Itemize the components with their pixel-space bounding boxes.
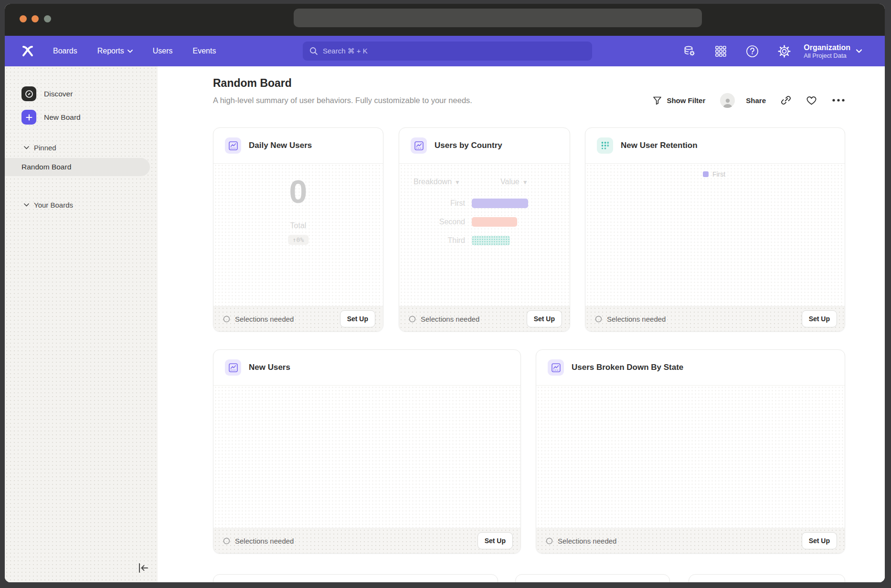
status-text: Selections needed [235, 315, 294, 323]
card-footer: Selections needed Set Up [585, 306, 845, 331]
address-bar[interactable] [294, 9, 702, 27]
sidebar-item-discover[interactable]: Discover [5, 86, 73, 101]
sidebar-item-label: New Board [44, 113, 81, 122]
show-filter-button[interactable]: Show Filter [667, 96, 705, 105]
retention-chart: First [590, 168, 838, 304]
nav-item-boards[interactable]: Boards [53, 47, 77, 55]
favorite-heart-icon[interactable] [806, 95, 817, 105]
country-row: Second [399, 217, 517, 227]
country-bar [472, 217, 517, 227]
set-up-button[interactable]: Set Up [527, 310, 562, 327]
app-window: Boards Reports Users Events Search ⌘ + K [5, 4, 885, 582]
nav-item-reports[interactable]: Reports [97, 47, 133, 55]
data-management-icon[interactable] [683, 45, 696, 57]
value-dropdown[interactable]: Value▼ [500, 178, 528, 186]
chevron-down-icon [24, 203, 29, 207]
mixpanel-logo-icon[interactable] [22, 45, 33, 57]
more-options-icon[interactable] [832, 98, 845, 102]
status-text: Selections needed [558, 537, 616, 545]
filter-funnel-icon[interactable] [653, 96, 662, 105]
card-footer: Selections needed Set Up [213, 528, 520, 553]
copy-link-icon[interactable] [781, 95, 791, 105]
card-footer: Selections needed Set Up [399, 306, 570, 331]
card-new-users: New Users Selections needed Set Up [213, 349, 521, 554]
top-navbar: Boards Reports Users Events Search ⌘ + K [5, 36, 885, 66]
browser-chrome [5, 4, 885, 36]
card-users-by-country: Users by Country Breakdown▼ Value▼ First… [399, 127, 570, 332]
card-insights-report: Insights Report [515, 574, 670, 582]
org-switcher[interactable]: Organization All Project Data [804, 36, 862, 66]
card-title: Users Broken Down By State [572, 363, 683, 372]
nav-menu: Boards Reports Users Events [53, 47, 216, 55]
sidebar-section-pinned[interactable]: Pinned [24, 144, 56, 152]
window-minimize-button[interactable] [32, 15, 39, 22]
nav-icon-cluster [683, 36, 791, 66]
sidebar-item-label: Discover [44, 90, 73, 98]
window-zoom-button[interactable] [44, 15, 51, 22]
line-chart-icon [411, 137, 427, 154]
country-bar [472, 236, 510, 245]
search-input[interactable]: Search ⌘ + K [303, 42, 592, 61]
org-project: All Project Data [804, 52, 850, 60]
card-title: Users by Country [435, 141, 502, 150]
set-up-button[interactable]: Set Up [477, 532, 513, 549]
card-title: Daily New Users [249, 141, 312, 150]
org-name: Organization [804, 43, 850, 52]
page-subtitle: A high-level summary of user behaviors. … [213, 96, 472, 105]
sidebar-collapse-icon[interactable] [138, 563, 149, 573]
status-text: Selections needed [235, 537, 294, 545]
card-stacked-line-graph: Stacked Line Graph [213, 574, 498, 582]
card-footer: Selections needed Set Up [213, 306, 383, 331]
legend-item: First [703, 170, 725, 178]
legend-swatch-icon [703, 171, 709, 177]
search-placeholder: Search ⌘ + K [323, 47, 368, 55]
line-chart-icon [548, 359, 564, 376]
metric-label: Total [213, 221, 383, 230]
status-circle-icon [546, 537, 553, 545]
status-circle-icon [223, 537, 230, 545]
status-circle-icon [595, 315, 602, 323]
board-main: Random Board A high-level summary of use… [158, 66, 885, 582]
card-users-by-state: Users Broken Down By State Selections ne… [536, 349, 845, 554]
set-up-button[interactable]: Set Up [802, 532, 837, 549]
status-text: Selections needed [607, 315, 666, 323]
set-up-button[interactable]: Set Up [802, 310, 837, 327]
card-title: New Users [249, 363, 290, 372]
status-circle-icon [409, 315, 416, 323]
help-icon[interactable] [746, 45, 759, 58]
chevron-down-icon [127, 50, 133, 53]
apps-grid-icon[interactable] [715, 45, 727, 57]
line-chart-icon [225, 359, 241, 376]
country-row: First [399, 199, 528, 208]
window-close-button[interactable] [20, 15, 27, 22]
card-footer: Selections needed Set Up [536, 528, 845, 553]
card-new-user-retention: New User Retention First Selections need… [585, 127, 845, 332]
breakdown-dropdown[interactable]: Breakdown▼ [414, 178, 460, 186]
new-users-chart [218, 394, 514, 525]
board-actions: Show Filter Share [653, 93, 845, 108]
chevron-down-icon [24, 146, 29, 149]
metric-value: 0 [213, 173, 383, 210]
search-icon [309, 47, 318, 55]
metric-delta-badge: ↑0% [288, 235, 308, 245]
line-chart-icon [225, 137, 241, 154]
share-button[interactable]: Share [746, 96, 766, 105]
page-title: Random Board [213, 77, 292, 90]
nav-item-users[interactable]: Users [153, 47, 173, 55]
status-circle-icon [223, 315, 230, 323]
retention-grid-icon [597, 137, 613, 154]
set-up-button[interactable]: Set Up [340, 310, 375, 327]
avatar[interactable] [720, 93, 735, 108]
sidebar-item-new-board[interactable]: New Board [5, 110, 81, 125]
nav-item-events[interactable]: Events [193, 47, 216, 55]
sidebar-section-your-boards[interactable]: Your Boards [24, 201, 73, 209]
discover-icon [21, 86, 36, 101]
country-bar [472, 199, 528, 208]
sidebar: Discover New Board Pinned Random Board Y… [5, 66, 158, 582]
sidebar-item-random-board[interactable]: Random Board [5, 158, 150, 176]
card-active-users: Active Users [689, 574, 845, 582]
settings-gear-icon[interactable] [778, 45, 791, 58]
users-by-state-chart [541, 394, 838, 525]
status-text: Selections needed [421, 315, 479, 323]
plus-icon [21, 110, 36, 125]
